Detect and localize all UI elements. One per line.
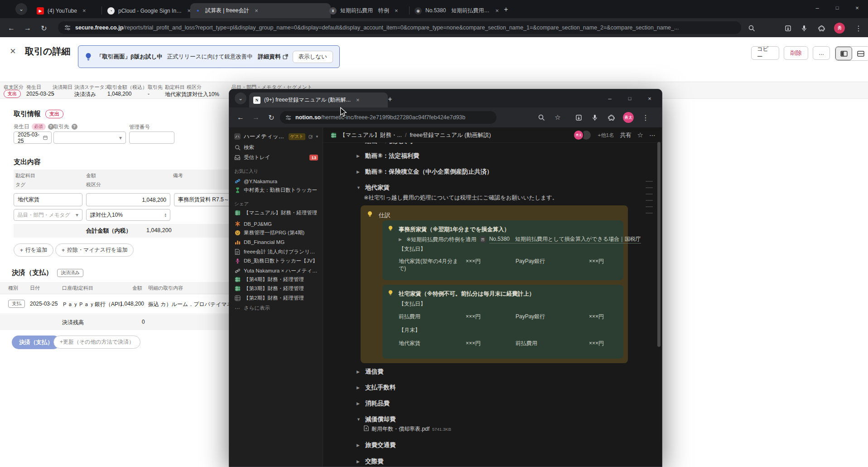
more-collaborators[interactable]: +他1名 [598,132,614,139]
toggle-heading-video8[interactable]: ▶ 動画⑧：法定福利費 [357,152,419,160]
sidebar-item[interactable]: 業務管理一括PRG (第4期) [229,228,323,238]
back-icon[interactable]: ← [5,22,17,34]
outline-indicator-dash[interactable] [646,206,653,207]
menu-icon[interactable]: ⋮ [640,112,651,123]
layout-split-horizontal-button[interactable] [852,47,868,60]
save-box-icon[interactable] [573,112,584,123]
zoom-icon[interactable] [535,112,547,123]
favorite-star-icon[interactable]: ☆ [637,131,643,139]
maximize-button[interactable]: □ [827,0,847,15]
close-button[interactable]: × [847,0,867,15]
menu-icon[interactable]: ⋮ [853,22,864,34]
new-tab-button[interactable]: + [500,4,512,15]
sidebar-item[interactable]: DB_PJ&MG [229,219,323,229]
toggle-heading-video9[interactable]: ▶ 動画⑨：保険積立金（中小企業倒産防止共済） [357,168,492,176]
toggle-heading-rent[interactable]: ▼ 地代家賃 [357,184,390,192]
toggle-heading-consumables[interactable]: ▶ 消耗品費 [357,399,390,408]
sidebar-item[interactable]: DB_勤務日数トラッカー【JV】 [229,256,323,266]
tab-freee-active[interactable]: ✦ 試算表 | freee会計 × [190,3,331,18]
date-input[interactable]: 2025-03-25 [14,131,52,144]
tab-search-chevron-button[interactable]: ⌄ [15,3,27,15]
reload-icon[interactable]: ↻ [265,112,277,123]
address-bar[interactable]: notion.so/hermetic-inc/freee-2e719f9bd27… [280,111,497,124]
zoom-icon[interactable] [746,22,757,34]
save-box-icon[interactable] [782,22,794,34]
new-tab-button[interactable]: + [384,93,396,105]
tab-notion-manual[interactable]: N (9+) freee登録マニュアル (動画解... × [249,92,388,107]
toggle-heading-entertainment[interactable]: ▶ 交際費 [357,457,384,466]
maximize-button[interactable]: □ [620,89,640,107]
partner-select[interactable]: ▾ [53,131,126,144]
profile-avatar[interactable]: 勇太 [622,112,634,123]
nta-link[interactable]: No.5380 短期前払費用として損金算入ができる場合｜国税庁 [489,235,641,243]
help-icon[interactable]: ? [48,124,54,130]
profile-avatar[interactable]: 勇 [834,22,845,34]
bookmark-star-icon[interactable]: ☆ [552,112,564,123]
tab-pcloud[interactable]: ◔ pCloud - Google Sign In status × [103,3,195,18]
pay-button[interactable]: 決済（支払） [12,336,60,349]
tag-select[interactable]: 品目・部門・メモタグ▾ [14,209,82,221]
more-options-icon[interactable]: ⋯ [649,131,656,139]
special-rule-toggle[interactable]: ▶ ※短期前払費用の特例を適用 国 No.5380 短期前払費用として損金算入が… [399,235,641,243]
mic-icon[interactable] [798,22,810,34]
outline-indicator-dash[interactable] [646,181,653,182]
tax-select[interactable]: 課対仕入10% ▴▾ [86,209,170,221]
reload-icon[interactable]: ↻ [38,22,50,34]
more-button[interactable]: … [813,46,830,60]
drawer-close-icon[interactable]: × [10,45,16,57]
add-minus-row-button[interactable]: +控除・マイナス行を追加 [55,243,134,257]
tab-nta-no5380[interactable]: ◉ No.5380 短期前払費用として損 × [410,3,503,18]
sidebar-item-favorite[interactable]: 中村勇太：勤務日数トラッカー [229,185,323,195]
sidebar-item[interactable]: freee会計 法人向けプランリニューア... [229,247,323,257]
outline-indicator-dash[interactable] [646,200,653,201]
outline-indicator-dash[interactable] [646,194,653,195]
sidebar-item-search[interactable]: 検索 [229,143,323,152]
back-icon[interactable]: ← [235,112,246,123]
banner-dismiss-button[interactable]: 表示しない [293,51,333,63]
update-other-button[interactable]: +更新（その他の方法で決済） [53,336,140,349]
sidebar-show-more[interactable]: ⋯ さらに表示 [229,303,323,313]
breadcrumb-parent[interactable]: 【マニュアル】財務・... [340,131,402,139]
account-input[interactable]: 地代家賃 [14,193,82,206]
extensions-icon[interactable] [605,112,617,123]
amount-input[interactable]: 1,048,200 [86,193,170,206]
toggle-heading-communication[interactable]: ▶ 通信費 [357,368,384,376]
sidebar-item[interactable]: DB_Financial MG [229,237,323,247]
close-icon[interactable]: × [395,7,398,14]
share-button[interactable]: 共有 [620,131,632,139]
close-icon[interactable]: × [495,7,499,14]
forward-icon[interactable]: → [22,22,34,34]
sidebar-item-favorite[interactable]: @Y.Nakamura [229,176,323,186]
minimize-button[interactable]: – [807,0,827,15]
sidebar-item[interactable]: 【第4期】財務・経理管理 [229,275,323,284]
extensions-icon[interactable] [815,22,827,34]
tab-youtube[interactable]: ▶ (4) YouTube × [33,3,108,18]
collaborator-avatars[interactable]: 勇太 [573,130,592,141]
breadcrumb-current[interactable]: freee登録マニュアル (動画解説) [410,131,491,139]
layout-split-vertical-button[interactable] [835,47,852,60]
scrollbar-thumb[interactable] [657,142,661,347]
outline-indicator-dash[interactable] [646,187,653,188]
outline-indicator-dash[interactable] [646,213,653,214]
delete-button[interactable]: 削除 [784,46,808,60]
toggle-heading-travel[interactable]: ▶ 旅費交通費 [357,441,396,449]
workspace-switcher[interactable]: ハ ハーメティック株式... ゲスト ▾ [229,131,323,142]
sidebar-item[interactable]: 【マニュアル】財務・経理管理 [229,208,323,218]
mgmt-number-input[interactable] [129,131,174,144]
mic-icon[interactable] [589,112,601,123]
minimize-button[interactable]: – [600,89,620,107]
sidebar-item-inbox[interactable]: 受信トレイ 13 [229,153,323,162]
chevron-down-icon[interactable]: ▾ [316,134,318,139]
tab-tax-article[interactable]: ¥ 短期前払費用 特例 × [325,3,416,18]
sidebar-item[interactable]: 【第2期】財務・経理管理 [229,293,323,303]
close-button[interactable]: × [640,89,660,107]
banner-detail-link[interactable]: 詳細資料 [258,53,288,61]
address-bar[interactable]: secure.freee.co.jp/reports/trial_profit_… [58,21,741,34]
sidebar-item[interactable]: Yuta Nakamura × ハーメティック [229,266,323,276]
tab-search-chevron-button[interactable]: ⌄ [235,92,246,104]
close-icon[interactable]: × [255,7,258,14]
add-row-button[interactable]: +行を追加 [14,243,53,257]
forward-icon[interactable]: → [250,112,262,123]
pdf-attachment[interactable]: 耐用年数・償却率表.pdf 5741.3KB [364,425,451,433]
copy-button[interactable]: コピー [751,46,779,60]
